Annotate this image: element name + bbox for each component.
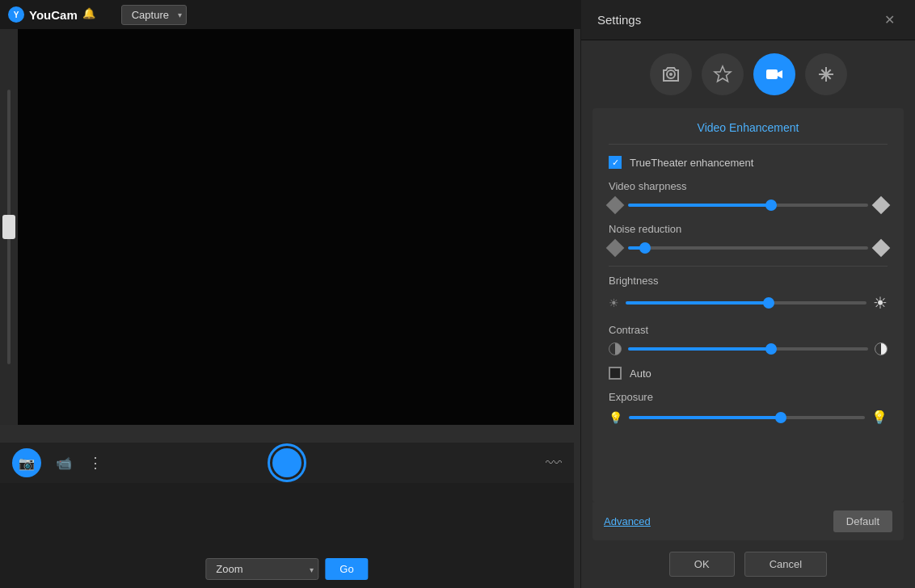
auto-label: Auto [630, 368, 651, 380]
settings-title: Settings [597, 13, 641, 27]
left-exposure-slider[interactable] [0, 29, 18, 425]
noise-label: Noise reduction [609, 223, 888, 235]
brightness-left-icon: ☀ [609, 296, 619, 309]
tab-camera-button[interactable] [650, 53, 692, 95]
ok-button[interactable]: OK [669, 552, 735, 577]
capture-wrapper: Capture ▾ [105, 5, 187, 25]
divider-1 [609, 266, 888, 267]
zoom-wrapper: Zoom ▾ [205, 558, 318, 580]
settings-header: Settings ✕ [581, 0, 915, 40]
settings-tabs [581, 40, 915, 108]
sharpness-left-icon [606, 196, 625, 215]
modal-actions: OK Cancel [581, 540, 915, 588]
brightness-right-icon: ☀ [873, 293, 888, 313]
sharpness-label: Video sharpness [609, 180, 888, 192]
tab-effects-button[interactable] [702, 53, 744, 95]
settings-modal: Settings ✕ [580, 0, 915, 588]
auto-checkbox[interactable] [609, 367, 622, 380]
default-button[interactable]: Default [833, 510, 892, 532]
close-button[interactable]: ✕ [879, 10, 899, 30]
camera-icon: 📷 [19, 456, 35, 471]
panel-footer: Advanced Default [592, 502, 904, 540]
camera-view [0, 29, 574, 425]
camera-mode-button[interactable]: 📷 [12, 448, 41, 477]
brightness-section: Brightness ☀ ☀ [609, 275, 888, 313]
svg-rect-2 [766, 69, 778, 79]
panel-title: Video Enhancement [609, 121, 888, 145]
exposure-section: Exposure 💡 💡 [609, 391, 888, 425]
svg-point-1 [669, 73, 673, 76]
trutheater-checkbox[interactable] [609, 156, 622, 169]
bell-icon: 🔔 [82, 7, 97, 22]
exposure-right-icon: 💡 [871, 410, 888, 425]
bottom-toolbar: 📷 📹 ⋮ 〰 [0, 443, 574, 483]
record-tab-icon [765, 65, 784, 84]
enhancement-panel: Video Enhancement TrueTheater enhancemen… [592, 108, 904, 502]
exposure-left-icon: 💡 [609, 411, 622, 424]
noise-slider[interactable] [628, 246, 868, 250]
app-window: Y YouCam 🔔 Capture ▾ 📷 📹 ⋮ [0, 0, 915, 588]
trutheater-label: TrueTheater enhancement [630, 157, 753, 169]
app-title: Y YouCam 🔔 [8, 6, 97, 23]
shutter-inner [272, 448, 301, 477]
sharpness-section: Video sharpness [609, 180, 888, 212]
exposure-slider[interactable] [629, 416, 865, 419]
cancel-button[interactable]: Cancel [744, 552, 827, 577]
shutter-button[interactable] [268, 443, 306, 482]
tools-tab-icon [816, 65, 836, 84]
contrast-label: Contrast [609, 324, 888, 336]
contrast-section: Contrast [609, 324, 888, 355]
capture-dropdown[interactable]: Capture [121, 5, 187, 25]
video-mode-button[interactable]: 📹 [49, 448, 78, 477]
noise-left-icon [606, 239, 625, 258]
noise-slider-row [609, 242, 888, 254]
contrast-right-icon [875, 342, 888, 355]
sharpness-slider-row [609, 199, 888, 212]
go-button[interactable]: Go [325, 558, 368, 580]
app-logo-icon: Y [8, 6, 24, 23]
effects-tab-icon [713, 65, 732, 84]
tab-tools-button[interactable] [805, 53, 847, 95]
camera-feed [0, 29, 574, 425]
brightness-label: Brightness [609, 275, 888, 287]
toolbar-right: 〰 [546, 454, 562, 472]
more-options-icon[interactable]: ⋮ [88, 454, 103, 472]
brightness-slider-row: ☀ ☀ [609, 293, 888, 313]
zoom-select[interactable]: Zoom [205, 558, 318, 580]
bottom-controls: Zoom ▾ Go [205, 558, 368, 580]
sharpness-right-icon [872, 196, 891, 215]
exposure-slider-row: 💡 💡 [609, 410, 888, 425]
sharpness-slider[interactable] [628, 204, 868, 207]
advanced-button[interactable]: Advanced [604, 515, 651, 527]
camera-tab-icon [661, 65, 681, 84]
video-icon: 📹 [56, 456, 72, 471]
contrast-slider-row [609, 342, 888, 355]
auto-row: Auto [609, 367, 888, 380]
contrast-slider[interactable] [628, 347, 868, 351]
wave-icon: 〰 [546, 454, 562, 472]
noise-section: Noise reduction [609, 223, 888, 254]
svg-marker-3 [778, 70, 782, 78]
bottom-strip: Zoom ▾ Go [0, 483, 574, 588]
noise-right-icon [872, 239, 891, 258]
app-name-label: YouCam [29, 8, 78, 22]
contrast-left-icon [609, 342, 622, 355]
exposure-label: Exposure [609, 391, 888, 403]
trutheater-row: TrueTheater enhancement [609, 156, 888, 169]
slider-track [7, 90, 11, 364]
brightness-slider[interactable] [626, 301, 867, 304]
tab-record-button[interactable] [753, 53, 795, 95]
slider-thumb[interactable] [2, 215, 15, 239]
